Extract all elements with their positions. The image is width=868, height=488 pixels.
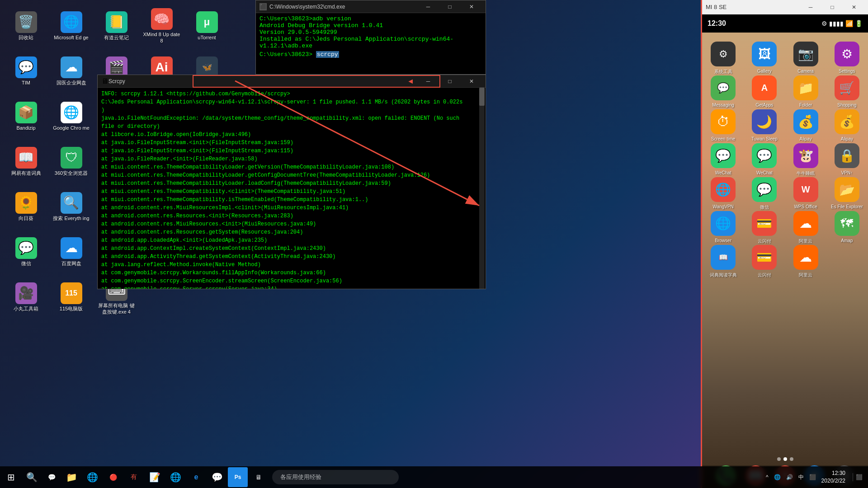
- desktop-icon-xiangri[interactable]: 🌻 向日葵: [5, 185, 47, 228]
- desktop-icon-recycle[interactable]: 🗑️ 回收站: [5, 5, 47, 47]
- clock-date: 2020/2/22: [821, 477, 845, 485]
- red-border-indicator: ◄: [407, 77, 414, 85]
- taskbar-search-btn[interactable]: 🔍: [22, 467, 42, 487]
- mi-window-controls[interactable]: ─ □ ✕: [800, 1, 864, 14]
- desktop-icon-ie[interactable]: 🌐 Microsoft Ed ge: [50, 5, 93, 47]
- desktop-icon-115[interactable]: 115 115电脑版: [50, 276, 93, 319]
- tray-input[interactable]: 中: [797, 473, 806, 482]
- start-button[interactable]: ⊞: [0, 466, 22, 488]
- scrcpy-titlebar[interactable]: 🖥 Scrcpy ◄ ─ □ ✕: [98, 75, 486, 88]
- mi-clock: 12:30: [708, 19, 726, 28]
- scrcpy-line-19: at android.app.ContextImpl.createSystemC…: [101, 244, 482, 253]
- page-dot-2: [783, 457, 787, 461]
- scrcpy-content: INFO: scrcpy 1.12.1 <https://github.com/…: [98, 88, 486, 289]
- mi-maximize-btn[interactable]: □: [822, 1, 843, 14]
- cmd-line-1: C:\Users\38623>adb version: [259, 15, 482, 22]
- desktop-icon-xiaowan[interactable]: 🎥 小丸工具箱: [5, 276, 47, 319]
- tray-network[interactable]: 🌐: [772, 473, 783, 481]
- desktop-icon-qiye[interactable]: ☁ 国医企业网盘: [50, 50, 93, 93]
- phone-app-alipay1[interactable]: 💰 Alipay: [787, 107, 825, 144]
- taskbar-edge[interactable]: e: [186, 467, 206, 487]
- scrcpy-line-7: at java.io.FileInputStream.<init>(FileIn…: [101, 147, 482, 155]
- phone-app-tuwan[interactable]: 🌙 Tuwan Sleep: [745, 107, 783, 144]
- cmd-minimize-btn[interactable]: ─: [418, 0, 439, 13]
- desktop-icon-360[interactable]: 🛡 360安全浏览器: [50, 140, 93, 183]
- tray-chevron[interactable]: ^: [764, 473, 770, 481]
- desktop-icon-note[interactable]: 📒 有道云笔记: [95, 5, 138, 47]
- scrcpy-maximize-btn[interactable]: □: [439, 75, 460, 88]
- notification-area[interactable]: ^ 🌐 🔊 中 ⬛: [764, 473, 818, 482]
- scrcpy-line-20: at android.app.ActivityThread.getSystemC…: [101, 253, 482, 261]
- desktop-icon-everyt[interactable]: 🔍 搜索 Everyth ing: [50, 185, 93, 228]
- scrcpy-minimize-btn[interactable]: ─: [418, 75, 439, 88]
- scrcpy-title: Scrcpy: [108, 78, 407, 84]
- scrcpy-line-8: at java.io.FileReader.<init>(FileReader.…: [101, 155, 482, 163]
- phone-app-messaging[interactable]: 💬 Messaging: [704, 73, 742, 110]
- mi-wifi-icon: 📶: [845, 20, 853, 27]
- taskbar-pinned-apps[interactable]: 📁 🌐 🔴 有 📝 🌐 e 💬 Ps 🖥: [61, 466, 269, 488]
- scrcpy-line-5: at libcore.io.IoBridge.open(IoBridge.jav…: [101, 131, 482, 139]
- taskbar-chrome[interactable]: 🌐: [165, 467, 185, 487]
- scrcpy-window[interactable]: 🖥 Scrcpy ◄ ─ □ ✕ INFO: scrcpy 1.12.1 <ht…: [97, 75, 486, 289]
- desktop-icon-xmind[interactable]: 🧠 XMind 8 Up date 8: [140, 5, 183, 47]
- phone-app-dict[interactable]: 📖 词典阅读字典: [704, 243, 742, 281]
- desktop-icon-youdao[interactable]: 📖 网易有道词典: [5, 140, 47, 183]
- cmd-content: C:\Users\38623>adb version Android Debug…: [256, 13, 486, 74]
- desktop-icon-utorrent[interactable]: μ uTorrent: [185, 5, 228, 47]
- scrcpy-line-21: at java.lang.reflect.Method.invoke(Nativ…: [101, 261, 482, 269]
- desktop-icon-chrome[interactable]: 🌐 Google Chro me: [50, 95, 93, 138]
- cmd-window-controls[interactable]: ─ □ ✕: [418, 0, 482, 13]
- phone-app-yunshan2[interactable]: 💳 云闪付: [745, 243, 783, 281]
- taskbar-youdao[interactable]: 有: [124, 467, 144, 487]
- cmd-line-4: Installed as C:\Jeds Personal Applicatio…: [259, 36, 482, 49]
- page-indicators: [777, 457, 793, 461]
- cmd-titlebar[interactable]: ⬛ C:\Windows\system32\cmd.exe ─ □ ✕: [256, 0, 486, 13]
- system-tray[interactable]: ^ 🌐 🔊 中 ⬛ 12:30 2020/2/22 ⬛: [760, 466, 868, 488]
- mi-status-bar: 12:30 ⚙ ▮▮▮▮ 📶 🔋: [702, 14, 868, 33]
- desktop-icon-wechat[interactable]: 💬 微信: [5, 230, 47, 273]
- taskbar-cortana-btn[interactable]: 💬: [42, 467, 61, 487]
- tray-extra[interactable]: ⬛: [807, 473, 818, 481]
- scrcpy-line-16: at android.content.res.MiuiResources.<in…: [101, 220, 482, 228]
- system-clock[interactable]: 12:30 2020/2/22: [821, 469, 845, 485]
- taskbar-file-explorer[interactable]: 📁: [61, 467, 81, 487]
- show-desktop-btn[interactable]: ⬛: [853, 473, 864, 481]
- mi-phone-titlebar[interactable]: MI 8 SE ─ □ ✕: [702, 0, 868, 14]
- cmd-window[interactable]: ⬛ C:\Windows\system32\cmd.exe ─ □ ✕ C:\U…: [255, 0, 486, 75]
- phone-app-aliyun2-label: 阿里云: [799, 272, 812, 278]
- desktop-icon-baiduyp[interactable]: ☁ 百度网盘: [50, 230, 93, 273]
- mi-minimize-btn[interactable]: ─: [800, 1, 821, 14]
- taskbar-ps[interactable]: Ps: [228, 467, 248, 487]
- mi-signal-icon: ▮▮▮▮: [829, 20, 844, 27]
- scrcpy-line-11: at miui.content.res.ThemeCompatibilityLo…: [101, 179, 482, 188]
- phone-app-folder[interactable]: 📁 Folder: [787, 73, 825, 110]
- taskbar-ie[interactable]: 🌐: [82, 467, 102, 487]
- taskbar[interactable]: ⊞ 🔍 💬 📁 🌐 🔴 有 📝 🌐 e 💬 Ps 🖥 各应用使用经验 ^ 🌐 🔊…: [0, 466, 868, 488]
- taskbar-search-bar[interactable]: 各应用使用经验: [272, 470, 399, 484]
- scrcpy-icon: 🖥: [101, 77, 108, 85]
- tray-volume[interactable]: 🔊: [784, 473, 795, 481]
- scrcpy-window-controls[interactable]: ─ □ ✕: [418, 75, 482, 88]
- scrcpy-close-btn[interactable]: ✕: [461, 75, 482, 88]
- phone-app-aliyun2[interactable]: ☁ 阿里云: [787, 243, 825, 281]
- scrcpy-line-6: at java.io.FileInputStream.<init>(FileIn…: [101, 139, 482, 147]
- scrcpy-line-14: at android.content.res.MiuiResourcesImpl…: [101, 204, 482, 212]
- cmd-close-btn[interactable]: ✕: [461, 0, 482, 13]
- phone-app-grid-row7: 📖 词典阅读字典 💳 云闪付 ☁ 阿里云: [702, 240, 868, 283]
- phone-app-shopping[interactable]: 🛒 Shopping: [828, 73, 866, 110]
- cmd-maximize-btn[interactable]: □: [439, 0, 460, 13]
- mi-close-btn[interactable]: ✕: [844, 1, 864, 14]
- mi-phone-screen: 12:30 ⚙ ▮▮▮▮ 📶 🔋 ⚙ 系统工具 🖼 Gallery 📷 Came…: [702, 14, 868, 488]
- desktop-icon-tim[interactable]: 💬 TIM: [5, 50, 47, 93]
- taskbar-wechat[interactable]: 💬: [207, 467, 227, 487]
- cmd-icon: ⬛: [259, 3, 267, 10]
- phone-app-getapps[interactable]: A GetApps: [745, 73, 783, 110]
- taskbar-word[interactable]: 📝: [145, 467, 165, 487]
- page-dot-1: [777, 457, 781, 461]
- desktop-icon-bandizip[interactable]: 📦 Bandizip: [5, 95, 47, 138]
- taskbar-scrcpy[interactable]: 🖥: [249, 467, 269, 487]
- phone-app-alipay2[interactable]: 💰 Alipay: [828, 107, 866, 144]
- taskbar-360[interactable]: 🔴: [103, 467, 123, 487]
- cmd-line-2: Android Debug Bridge version 1.0.41: [259, 22, 482, 29]
- phone-app-screen-time[interactable]: ⏱ Screen time: [704, 107, 742, 144]
